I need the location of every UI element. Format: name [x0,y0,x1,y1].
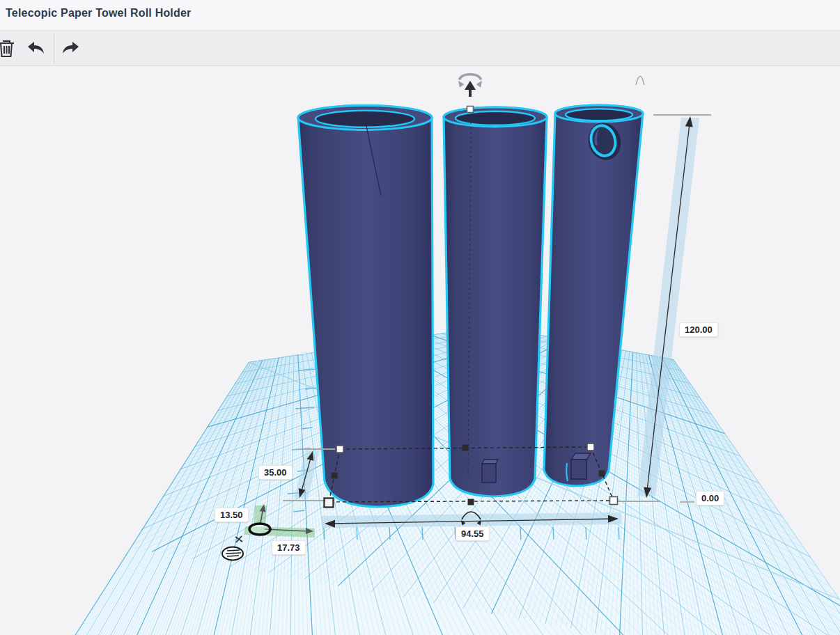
toolbar-divider [54,33,54,63]
toolbar [0,31,840,66]
dim-height-label[interactable]: 120.00 [679,322,718,337]
dim-elevation-label[interactable]: 0.00 [696,491,724,505]
title-bar: Telecopic Paper Towel Roll Holder [0,0,840,31]
dim-width-label[interactable]: 94.55 [456,526,490,541]
redo-button[interactable] [58,38,81,60]
3d-viewport[interactable]: 120.00 0.00 35.00 13.50 17.73 94.55 [0,66,840,635]
design-title[interactable]: Telecopic Paper Towel Roll Holder [6,7,192,19]
ruler-y-label[interactable]: 13.50 [215,508,249,522]
redo-icon [59,40,80,58]
delete-button[interactable] [0,38,18,60]
trash-icon [0,38,17,60]
scene-canvas [0,66,840,635]
rotate-gizmo[interactable] [458,75,644,97]
app: { "window": { "title": "Telecopic Paper … [0,0,840,635]
undo-icon [26,40,47,58]
undo-button[interactable] [25,38,49,60]
dim-depth-label[interactable]: 35.00 [258,465,293,480]
ruler-x-label[interactable]: 17.73 [272,540,306,555]
